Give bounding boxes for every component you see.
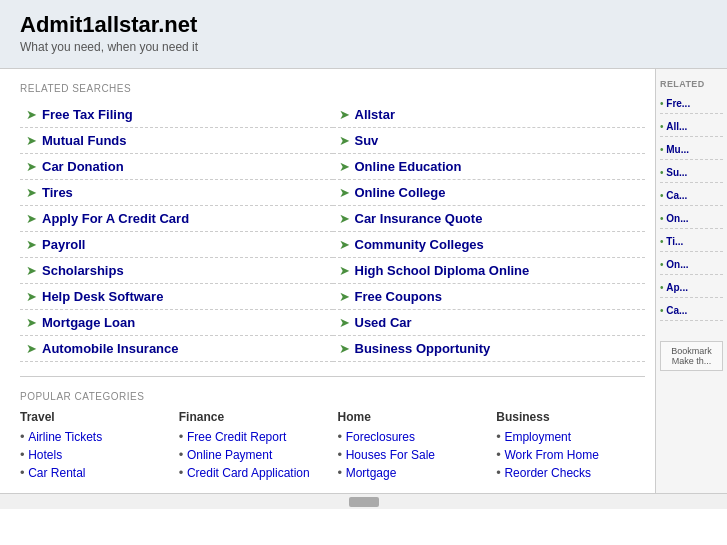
link-anchor[interactable]: Free Tax Filing (42, 107, 133, 122)
link-item: ➤Automobile Insurance (20, 336, 333, 362)
left-panel: RELATED SEARCHES ➤Free Tax Filing➤Mutual… (0, 69, 655, 493)
right-panel-label: RELATED (660, 79, 723, 89)
links-grid: ➤Free Tax Filing➤Mutual Funds➤Car Donati… (20, 102, 645, 362)
right-link-item: Ti... (660, 233, 723, 252)
link-anchor[interactable]: Scholarships (42, 263, 124, 278)
link-anchor[interactable]: Free Coupons (355, 289, 442, 304)
bottom-scrollbar[interactable] (0, 493, 727, 509)
arrow-icon: ➤ (26, 185, 37, 200)
popular-column: TravelAirline TicketsHotelsCar Rental (20, 410, 169, 483)
popular-link[interactable]: Mortgage (346, 466, 397, 480)
scroll-thumb[interactable] (349, 497, 379, 507)
link-item: ➤Suv (333, 128, 646, 154)
link-anchor[interactable]: Business Opportunity (355, 341, 491, 356)
link-anchor[interactable]: Online Education (355, 159, 462, 174)
right-link-anchor[interactable]: Ti... (666, 236, 683, 247)
right-link-item: Ca... (660, 302, 723, 321)
popular-link[interactable]: Houses For Sale (346, 448, 435, 462)
link-item: ➤Community Colleges (333, 232, 646, 258)
popular-col-heading: Finance (179, 410, 328, 424)
right-link-item: Mu... (660, 141, 723, 160)
right-link-anchor[interactable]: Ca... (666, 305, 687, 316)
link-anchor[interactable]: Car Insurance Quote (355, 211, 483, 226)
link-item: ➤Car Insurance Quote (333, 206, 646, 232)
popular-column: BusinessEmploymentWork From HomeReorder … (496, 410, 645, 483)
link-item: ➤Business Opportunity (333, 336, 646, 362)
popular-link[interactable]: Car Rental (28, 466, 85, 480)
popular-link[interactable]: Credit Card Application (187, 466, 310, 480)
popular-link[interactable]: Work From Home (504, 448, 598, 462)
right-link-anchor[interactable]: Mu... (666, 144, 689, 155)
popular-link[interactable]: Online Payment (187, 448, 272, 462)
arrow-icon: ➤ (26, 159, 37, 174)
right-links-list: Fre...All...Mu...Su...Ca...On...Ti...On.… (660, 95, 723, 321)
link-anchor[interactable]: Community Colleges (355, 237, 484, 252)
right-link-anchor[interactable]: Fre... (666, 98, 690, 109)
right-link-anchor[interactable]: On... (666, 213, 688, 224)
bookmark-box: Bookmark Make th... (660, 341, 723, 371)
popular-item: Credit Card Application (179, 465, 328, 480)
link-anchor[interactable]: Automobile Insurance (42, 341, 179, 356)
arrow-icon: ➤ (339, 159, 350, 174)
link-anchor[interactable]: Tires (42, 185, 73, 200)
right-link-item: All... (660, 118, 723, 137)
popular-link[interactable]: Reorder Checks (504, 466, 591, 480)
arrow-icon: ➤ (26, 237, 37, 252)
right-panel: RELATED Fre...All...Mu...Su...Ca...On...… (655, 69, 727, 493)
link-item: ➤Free Coupons (333, 284, 646, 310)
popular-item: Houses For Sale (338, 447, 487, 462)
link-item: ➤Allstar (333, 102, 646, 128)
link-item: ➤Scholarships (20, 258, 333, 284)
link-item: ➤Used Car (333, 310, 646, 336)
right-link-item: On... (660, 256, 723, 275)
link-anchor[interactable]: Car Donation (42, 159, 124, 174)
link-anchor[interactable]: Apply For A Credit Card (42, 211, 189, 226)
popular-item: Reorder Checks (496, 465, 645, 480)
link-item: ➤Online Education (333, 154, 646, 180)
site-subtitle: What you need, when you need it (20, 40, 707, 54)
right-link-item: Ap... (660, 279, 723, 298)
link-item: ➤Free Tax Filing (20, 102, 333, 128)
link-item: ➤Tires (20, 180, 333, 206)
right-link-item: Ca... (660, 187, 723, 206)
link-anchor[interactable]: High School Diploma Online (355, 263, 530, 278)
link-anchor[interactable]: Allstar (355, 107, 395, 122)
right-link-anchor[interactable]: Su... (666, 167, 687, 178)
link-anchor[interactable]: Help Desk Software (42, 289, 163, 304)
popular-link[interactable]: Free Credit Report (187, 430, 286, 444)
popular-link[interactable]: Hotels (28, 448, 62, 462)
popular-column: FinanceFree Credit ReportOnline PaymentC… (179, 410, 328, 483)
bookmark-line1: Bookmark (665, 346, 718, 356)
arrow-icon: ➤ (339, 211, 350, 226)
popular-item: Work From Home (496, 447, 645, 462)
popular-label: POPULAR CATEGORIES (20, 391, 645, 402)
popular-columns: TravelAirline TicketsHotelsCar RentalFin… (20, 410, 645, 483)
arrow-icon: ➤ (26, 107, 37, 122)
link-anchor[interactable]: Online College (355, 185, 446, 200)
arrow-icon: ➤ (339, 341, 350, 356)
popular-item: Free Credit Report (179, 429, 328, 444)
popular-link[interactable]: Airline Tickets (28, 430, 102, 444)
right-link-anchor[interactable]: Ap... (666, 282, 688, 293)
arrow-icon: ➤ (339, 263, 350, 278)
popular-item: Hotels (20, 447, 169, 462)
popular-item: Online Payment (179, 447, 328, 462)
popular-link[interactable]: Foreclosures (346, 430, 415, 444)
arrow-icon: ➤ (339, 289, 350, 304)
link-anchor[interactable]: Suv (355, 133, 379, 148)
arrow-icon: ➤ (339, 315, 350, 330)
right-link-anchor[interactable]: All... (666, 121, 687, 132)
link-anchor[interactable]: Mutual Funds (42, 133, 127, 148)
link-item: ➤Mutual Funds (20, 128, 333, 154)
right-link-anchor[interactable]: Ca... (666, 190, 687, 201)
bookmark-line2: Make th... (665, 356, 718, 366)
link-anchor[interactable]: Mortgage Loan (42, 315, 135, 330)
link-anchor[interactable]: Payroll (42, 237, 85, 252)
link-anchor[interactable]: Used Car (355, 315, 412, 330)
right-link-anchor[interactable]: On... (666, 259, 688, 270)
arrow-icon: ➤ (26, 289, 37, 304)
arrow-icon: ➤ (26, 315, 37, 330)
popular-item: Car Rental (20, 465, 169, 480)
popular-link[interactable]: Employment (504, 430, 571, 444)
site-title: Admit1allstar.net (20, 12, 707, 38)
